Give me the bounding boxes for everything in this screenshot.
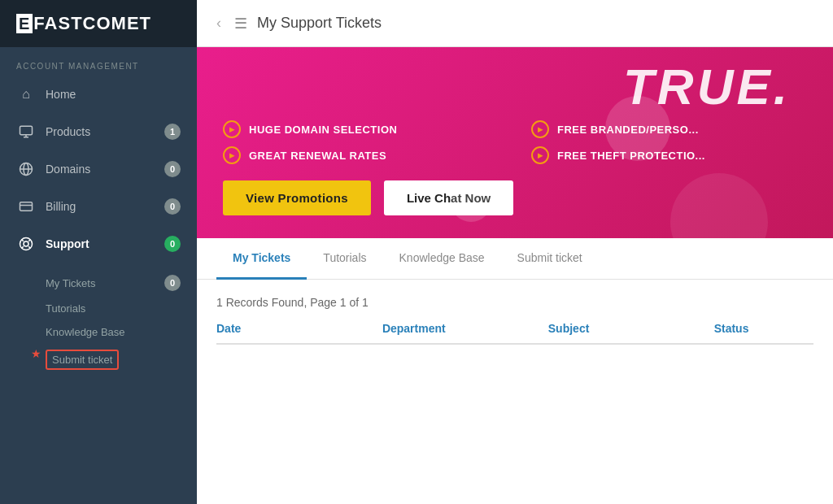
domains-badge: 0: [164, 161, 181, 177]
tab-my-tickets[interactable]: My Tickets: [216, 238, 307, 280]
svg-line-9: [28, 246, 30, 248]
promo-features: HUGE DOMAIN SELECTION FREE BRANDED/PERSO…: [223, 120, 807, 164]
svg-line-11: [28, 240, 30, 241]
sidebar-subitem-tutorials[interactable]: Tutorials: [46, 297, 197, 320]
promo-arrow-icon-1: [223, 120, 241, 138]
tutorials-label: Tutorials: [46, 302, 85, 315]
home-icon: ⌂: [16, 85, 36, 104]
promo-banner: TRUE. HUGE DOMAIN SELECTION FREE BRANDED…: [197, 47, 833, 238]
tabs-bar: My Tickets Tutorials Knowledge Base Subm…: [197, 238, 833, 280]
sidebar-item-label: Billing: [46, 200, 76, 213]
top-header: ‹ ☰ My Support Tickets: [197, 0, 833, 47]
domains-icon: [16, 159, 36, 179]
sidebar-item-label: Products: [46, 125, 90, 138]
star-icon: ★: [31, 347, 41, 360]
tab-submit-ticket[interactable]: Submit ticket: [501, 238, 599, 280]
chevron-left-icon[interactable]: ‹: [216, 15, 221, 32]
view-promotions-button[interactable]: View Promotions: [223, 180, 371, 215]
col-department: Department: [382, 322, 548, 335]
sidebar-item-label: Home: [46, 88, 76, 101]
col-subject: Subject: [548, 322, 714, 335]
logo-prefix: E: [16, 14, 33, 33]
sidebar-logo: EFASTCOMET: [0, 0, 197, 47]
svg-rect-4: [20, 202, 33, 211]
promo-arrow-icon-4: [531, 146, 549, 164]
content-inner: 1 Records Found, Page 1 of 1 Date Depart…: [197, 280, 833, 361]
page-title: My Support Tickets: [257, 15, 382, 32]
svg-point-7: [24, 241, 28, 246]
my-tickets-badge: 0: [164, 275, 181, 291]
col-date: Date: [216, 322, 382, 335]
promo-arrow-icon-3: [223, 146, 241, 164]
sidebar-subitem-knowledge-base[interactable]: Knowledge Base: [46, 320, 197, 344]
live-chat-button[interactable]: Live Chat Now: [384, 180, 513, 215]
sidebar: EFASTCOMET ACCOUNT MANAGEMENT ⌂ Home Pro…: [0, 0, 197, 504]
products-badge: 1: [164, 124, 181, 140]
sidebar-subitem-my-tickets[interactable]: My Tickets 0: [46, 269, 197, 297]
promo-feature-3: GREAT RENEWAL RATES: [223, 146, 499, 164]
support-subnav: My Tickets 0 Tutorials Knowledge Base ★ …: [0, 263, 197, 379]
support-badge: 0: [164, 236, 181, 252]
sidebar-item-support[interactable]: Support 0: [0, 225, 197, 263]
sidebar-item-domains[interactable]: Domains 0: [0, 150, 197, 188]
hamburger-icon[interactable]: ☰: [234, 15, 247, 33]
products-icon: [16, 122, 36, 141]
promo-arrow-icon-2: [531, 120, 549, 138]
sidebar-subitem-submit-ticket[interactable]: ★ Submit ticket: [46, 344, 197, 376]
knowledge-base-label: Knowledge Base: [46, 326, 125, 338]
my-tickets-label: My Tickets: [46, 277, 95, 289]
logo-text: EFASTCOMET: [16, 13, 151, 34]
records-found: 1 Records Found, Page 1 of 1: [216, 296, 813, 309]
billing-badge: 0: [164, 198, 181, 215]
col-status: Status: [714, 322, 813, 335]
sidebar-item-billing[interactable]: Billing 0: [0, 188, 197, 225]
support-icon: [16, 234, 36, 254]
content-area: My Tickets Tutorials Knowledge Base Subm…: [197, 238, 833, 504]
tab-tutorials[interactable]: Tutorials: [307, 238, 382, 280]
svg-line-8: [22, 240, 24, 241]
table-header: Date Department Subject Status: [216, 322, 813, 345]
main-content: ‹ ☰ My Support Tickets TRUE. HUGE DOMAIN…: [197, 0, 833, 504]
promo-feature-1: HUGE DOMAIN SELECTION: [223, 120, 499, 138]
sidebar-item-label: Domains: [46, 163, 90, 176]
promo-feature-4: FREE THEFT PROTECTIO...: [531, 146, 807, 164]
sidebar-item-products[interactable]: Products 1: [0, 113, 197, 150]
submit-ticket-label: Submit ticket: [46, 350, 119, 370]
sidebar-item-home[interactable]: ⌂ Home: [0, 76, 197, 113]
deco-shape-2: [451, 181, 491, 222]
svg-rect-0: [20, 126, 33, 135]
deco-shape-1: [605, 96, 670, 161]
tab-knowledge-base[interactable]: Knowledge Base: [383, 238, 501, 280]
svg-line-10: [22, 246, 24, 248]
section-label: ACCOUNT MANAGEMENT: [0, 47, 197, 76]
billing-icon: [16, 197, 36, 216]
sidebar-item-label: Support: [46, 237, 89, 250]
